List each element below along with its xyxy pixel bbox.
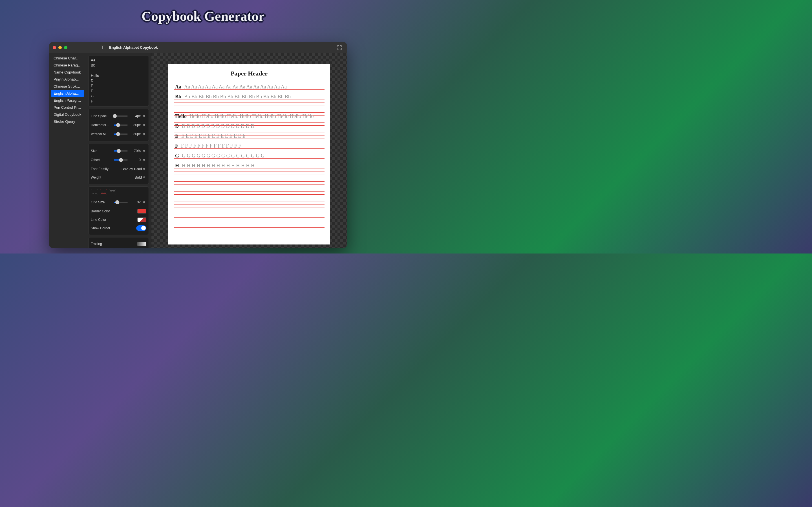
practice-trace: G G G G G G G G G G G G G G G G G xyxy=(182,152,323,160)
paper: Paper Header AaAa Aa Aa Aa Aa Aa Aa Aa A… xyxy=(168,64,330,244)
traffic-lights xyxy=(53,46,67,49)
show-border-label: Show Border xyxy=(91,226,110,230)
practice-content: HH H H H H H H H H H H H H H H xyxy=(175,162,323,172)
line-color-label: Line Color xyxy=(91,218,106,222)
view-grid-icon[interactable] xyxy=(337,45,342,50)
sidebar-toggle-icon[interactable] xyxy=(101,46,105,49)
practice-first: G xyxy=(175,152,179,160)
practice-content: EE E E E E E E E E E E E E E E xyxy=(175,132,323,142)
practice-first: Aa xyxy=(175,83,181,91)
practice-content: HelloHello Hello Hello Hello Hello Hello… xyxy=(175,112,323,122)
text-content[interactable]: Aa Bb Hello D E F G H xyxy=(91,58,146,104)
sidebar-item-6[interactable]: English Paragra... xyxy=(51,97,84,104)
border-color-row: Border Color xyxy=(91,207,146,216)
sidebar-item-1[interactable]: Chinese Paragr... xyxy=(51,62,84,69)
line-spacing-label: Line Spaci... xyxy=(91,114,112,118)
practice-row: GG G G G G G G G G G G G G G G G G xyxy=(174,152,324,162)
practice-row: HH H H H H H H H H H H H H H H xyxy=(174,162,324,172)
horizontal-margin-label: Horizontal... xyxy=(91,123,112,127)
practice-first: Bb xyxy=(175,93,181,101)
weight-row: Weight Bold xyxy=(91,173,146,182)
weight-stepper[interactable] xyxy=(143,175,146,180)
practice-rows-container: AaAa Aa Aa Aa Aa Aa Aa Aa Aa Aa Aa Aa Aa… xyxy=(168,83,330,231)
window-body: Chinese Charac...Chinese Paragr...Name C… xyxy=(49,53,347,248)
vertical-margin-slider[interactable] xyxy=(114,133,128,135)
paper-header: Paper Header xyxy=(168,70,330,77)
practice-row xyxy=(174,201,324,211)
offset-label: Offset xyxy=(91,158,112,162)
vertical-margin-label: Vertical M... xyxy=(91,132,112,136)
horizontal-margin-row: Horizontal... 30px xyxy=(91,121,146,129)
practice-row xyxy=(174,211,324,221)
fullscreen-window-button[interactable] xyxy=(64,46,67,49)
show-border-toggle[interactable] xyxy=(136,225,146,231)
size-stepper[interactable] xyxy=(143,148,146,154)
line-color-swatch[interactable] xyxy=(137,217,146,222)
vertical-margin-stepper[interactable] xyxy=(143,131,146,137)
grid-style-3[interactable] xyxy=(109,189,116,195)
practice-trace: H H H H H H H H H H H H H H H xyxy=(182,162,323,170)
practice-first: D xyxy=(175,122,179,130)
practice-row xyxy=(174,172,324,181)
sidebar-item-2[interactable]: Name Copybook xyxy=(51,69,84,76)
tracing-color-swatch[interactable] xyxy=(137,242,146,246)
titlebar: English Alphabet Copybook xyxy=(49,42,347,53)
practice-trace: E E E E E E E E E E E E E E E xyxy=(181,132,323,140)
grid-size-value: 32 xyxy=(130,200,141,204)
tracing-panel: Tracing xyxy=(88,237,149,248)
inspector-panel: Aa Bb Hello D E F G H Line Spaci... 4px … xyxy=(86,53,151,248)
grid-size-stepper[interactable] xyxy=(143,200,146,205)
line-spacing-value: 4px xyxy=(130,114,141,118)
practice-first: E xyxy=(175,132,179,140)
practice-first: F xyxy=(175,142,178,150)
tracing-label: Tracing xyxy=(91,242,102,246)
line-spacing-slider[interactable] xyxy=(114,115,128,117)
practice-content: BbBb Bb Bb Bb Bb Bb Bb Bb Bb Bb Bb Bb Bb… xyxy=(175,93,323,103)
line-spacing-row: Line Spaci... 4px xyxy=(91,112,146,120)
practice-row: HelloHello Hello Hello Hello Hello Hello… xyxy=(174,112,324,122)
weight-value[interactable]: Bold xyxy=(135,175,142,179)
practice-trace: Hello Hello Hello Hello Hello Hello Hell… xyxy=(190,112,323,120)
text-input-panel[interactable]: Aa Bb Hello D E F G H xyxy=(88,55,149,107)
practice-row xyxy=(174,221,324,231)
border-color-label: Border Color xyxy=(91,209,110,213)
practice-content: FF F F F F F F F F F F F F F F xyxy=(175,142,323,152)
grid-style-1[interactable] xyxy=(91,189,98,195)
vertical-margin-value: 30px xyxy=(130,132,141,136)
horizontal-margin-slider[interactable] xyxy=(114,124,128,126)
size-row: Size 70% xyxy=(91,147,146,155)
practice-trace: Aa Aa Aa Aa Aa Aa Aa Aa Aa Aa Aa Aa Aa A… xyxy=(184,83,323,91)
show-border-row: Show Border xyxy=(91,224,146,232)
font-family-row: Font Family Bradley Hand xyxy=(91,165,146,173)
sidebar-item-4[interactable]: Chinese Stroke... xyxy=(51,83,84,90)
font-family-value[interactable]: Bradley Hand xyxy=(121,167,142,171)
border-color-swatch[interactable] xyxy=(137,209,146,214)
practice-trace: D D D D D D D D D D D D D D D xyxy=(182,122,323,130)
sidebar-item-8[interactable]: Digital Copybook xyxy=(51,111,84,118)
practice-content: GG G G G G G G G G G G G G G G G G xyxy=(175,152,323,162)
offset-stepper[interactable] xyxy=(143,157,146,163)
grid-size-row: Grid Size 32 xyxy=(91,198,146,207)
sidebar-item-7[interactable]: Pen Control Pra... xyxy=(51,104,84,111)
horizontal-margin-value: 30px xyxy=(130,123,141,127)
sidebar-item-5[interactable]: English Alphabe... xyxy=(51,90,84,97)
weight-label: Weight xyxy=(91,175,101,179)
sidebar-item-9[interactable]: Stroke Query xyxy=(51,118,84,125)
horizontal-margin-stepper[interactable] xyxy=(143,122,146,128)
line-spacing-stepper[interactable] xyxy=(143,113,146,119)
practice-first: Hello xyxy=(175,112,187,120)
close-window-button[interactable] xyxy=(53,46,56,49)
grid-size-label: Grid Size xyxy=(91,200,112,204)
grid-style-2[interactable] xyxy=(100,189,107,195)
grid-size-slider[interactable] xyxy=(114,202,128,203)
minimize-window-button[interactable] xyxy=(58,46,62,49)
sidebar-item-0[interactable]: Chinese Charac... xyxy=(51,55,84,62)
sidebar-item-3[interactable]: Pinyin Alphabet... xyxy=(51,76,84,83)
spacing-panel: Line Spaci... 4px Horizontal... 30px Ver… xyxy=(88,109,149,142)
offset-slider[interactable] xyxy=(114,159,128,161)
grid-style-row xyxy=(91,189,146,195)
preview-area[interactable]: Paper Header AaAa Aa Aa Aa Aa Aa Aa Aa A… xyxy=(151,53,347,248)
font-family-stepper[interactable] xyxy=(143,166,146,172)
practice-row: AaAa Aa Aa Aa Aa Aa Aa Aa Aa Aa Aa Aa Aa… xyxy=(174,83,324,93)
size-slider[interactable] xyxy=(114,151,128,152)
